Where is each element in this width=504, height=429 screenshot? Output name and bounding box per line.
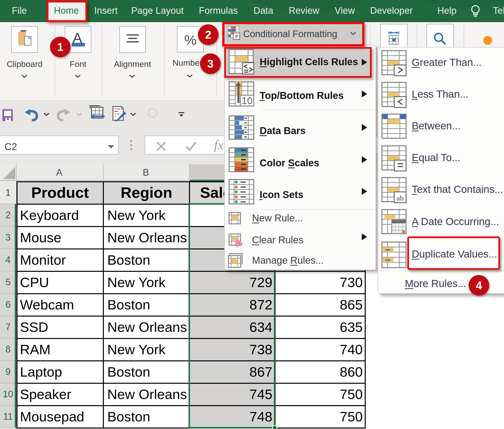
svg-text:10: 10 (242, 95, 253, 106)
svg-text:ab: ab (397, 194, 404, 202)
